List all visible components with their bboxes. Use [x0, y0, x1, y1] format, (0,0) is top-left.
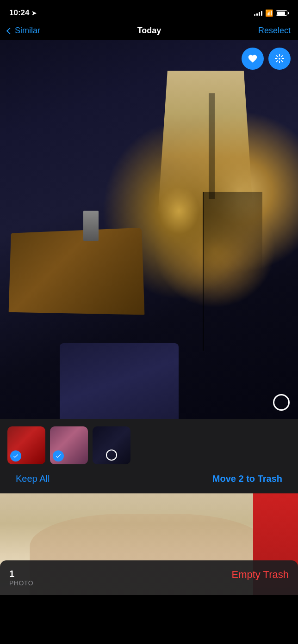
- thumb-2-check: [53, 450, 64, 462]
- wifi-icon: 📶: [265, 9, 273, 17]
- nav-title: Today: [137, 26, 161, 36]
- back-label: Similar: [15, 26, 40, 36]
- shadow-chair: [203, 192, 262, 351]
- status-bar: 10:24 ➤ 📶: [0, 0, 298, 23]
- magic-eraser-button[interactable]: [268, 48, 291, 70]
- signal-bar-2: [256, 13, 258, 16]
- battery-icon: [276, 10, 289, 16]
- mug: [83, 211, 98, 241]
- battery-body: [276, 10, 287, 16]
- photo-background: [0, 40, 298, 419]
- battery-tip: [288, 12, 289, 14]
- trash-bar: 1 PHOTO Empty Trash: [0, 560, 298, 595]
- time-label: 10:24: [9, 8, 29, 18]
- main-photo: [0, 40, 298, 419]
- empty-trash-button[interactable]: Empty Trash: [232, 569, 289, 581]
- svg-line-5: [277, 56, 278, 57]
- thumbnail-1[interactable]: [7, 426, 45, 464]
- svg-line-7: [281, 56, 283, 57]
- thumbnail-3[interactable]: [93, 426, 130, 464]
- actions-row: Keep All Move 2 to Trash: [7, 470, 291, 488]
- selection-circle[interactable]: [273, 394, 290, 411]
- signal-bar-4: [261, 11, 262, 16]
- back-button[interactable]: Similar: [7, 26, 40, 36]
- battery-fill: [277, 12, 285, 15]
- chevron-left-icon: [6, 28, 13, 34]
- thumbnail-2[interactable]: [50, 426, 88, 464]
- table: [9, 228, 144, 315]
- heart-icon: [248, 54, 258, 64]
- favorite-button[interactable]: [242, 48, 264, 70]
- signal-bars-icon: [254, 10, 262, 16]
- trash-count-label: PHOTO: [9, 579, 33, 587]
- bottom-section: 1 PHOTO Empty Trash: [0, 493, 298, 595]
- keep-all-button[interactable]: Keep All: [12, 472, 53, 486]
- signal-bar-1: [254, 14, 255, 16]
- thumbnails-row: [7, 426, 291, 464]
- thumbnail-strip: Keep All Move 2 to Trash: [0, 419, 298, 493]
- checkmark-icon-2: [55, 453, 62, 459]
- nav-bar: Similar Today Reselect: [0, 23, 298, 40]
- photo-action-buttons: [242, 48, 291, 70]
- signal-bar-3: [259, 12, 260, 16]
- status-icons: 📶: [254, 9, 289, 17]
- magic-icon: [274, 54, 285, 64]
- trash-count: 1 PHOTO: [9, 569, 33, 587]
- sofa: [60, 343, 179, 419]
- move-to-trash-button[interactable]: Move 2 to Trash: [209, 472, 286, 486]
- trash-count-number: 1: [9, 569, 33, 579]
- svg-line-8: [277, 61, 278, 62]
- svg-point-0: [279, 58, 280, 60]
- reselect-button[interactable]: Reselect: [258, 26, 291, 36]
- thumb-1-check: [10, 450, 21, 462]
- svg-line-6: [281, 61, 283, 62]
- checkmark-icon-1: [12, 453, 19, 459]
- window-bar: [209, 93, 215, 200]
- location-icon: ➤: [31, 10, 37, 17]
- status-time: 10:24 ➤: [9, 8, 37, 18]
- thumb-3-circle: [106, 450, 117, 461]
